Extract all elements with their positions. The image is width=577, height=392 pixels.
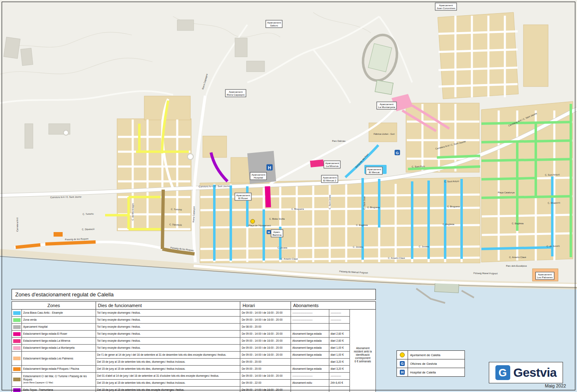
zone-name-cell: Estacionament C/ del Mar, C/ Turisme i P…	[22, 373, 96, 387]
preu-cell	[329, 324, 350, 331]
legend-row: Estacionament llarga estada La MinervaTo…	[12, 338, 376, 345]
gestvia-wordmark: Gestvia	[514, 366, 557, 380]
calella-parking-map-poster: AparcamentSalicrúAparcamentJoan Coromine…	[0, 0, 577, 392]
preu-cell: diari 3,20 €	[329, 359, 350, 366]
abonament-cell: Abonament llarga estada	[291, 366, 329, 373]
legend-row: Estacionament llarga estada La Muntanyet…	[12, 345, 376, 352]
zone-color-swatch	[13, 378, 21, 381]
abonament-cell: Abonament llarga estada	[291, 352, 329, 359]
symbol-row-gestvia: G Oficines de Gestvia	[397, 359, 464, 368]
abonament-cell: -----------------------	[291, 387, 329, 392]
symbol-label-hospital: Hospital de Calella	[408, 371, 436, 374]
map-symbols-legend: Ajuntament de Calella G Oficines de Gest…	[396, 350, 465, 377]
col-header-horari: Horari	[240, 302, 291, 310]
preu-cell: 24h 6,40 €	[329, 380, 350, 387]
dies-cell: Tot l'any excepte diumenges i festius.	[96, 331, 240, 338]
dies-cell: Tot l'any excepte diumenges i festius.	[96, 338, 240, 345]
gestvia-office-icon: G	[400, 361, 405, 366]
legend-row: Zona Blava Casc Antic - EixampleTot l'an…	[12, 310, 376, 317]
abonament-cell: -----------------------	[291, 310, 329, 317]
col-header-zones: Zones	[12, 302, 96, 310]
town-hall-icon	[400, 352, 405, 357]
abonament-cell: Abonament llarga estada	[291, 331, 329, 338]
symbol-label-gestvia: Oficines de Gestvia	[408, 362, 437, 366]
horari-cell: De 09:00 - 14:00 i de 16:00 - 20:00	[240, 331, 291, 338]
hospital-icon: H	[400, 370, 405, 375]
preu-cell: diari 1,00 €	[329, 352, 350, 359]
zone-swatch-cell	[12, 331, 22, 338]
football-pitch	[375, 80, 393, 95]
legend-row: Estacionament llarga estada Les Palmeres…	[12, 352, 376, 359]
zone-piscina-parking	[54, 232, 63, 237]
symbol-row-hospital: H Hospital de Calella	[397, 368, 464, 376]
zone-swatch-cell	[12, 366, 22, 373]
zone-hospital-parking	[247, 151, 276, 184]
horari-cell: De 09:00 - 20:00	[240, 366, 291, 373]
zone-swatch-cell	[12, 352, 22, 366]
zone-color-swatch	[13, 367, 21, 371]
zone-swatch-cell	[12, 338, 22, 345]
zones-table: Zones Dies de funcionament Horari Abonam…	[12, 301, 376, 392]
legend-row: Zona verdaTot l'any excepte diumenges i …	[12, 317, 376, 324]
zone-color-swatch	[13, 357, 21, 360]
legend-row: Estacionament llarga estada P.Roques / P…	[12, 366, 376, 373]
map-date: Maig 2022	[545, 383, 566, 388]
zone-color-swatch	[13, 332, 21, 336]
zone-color-swatch	[13, 388, 21, 392]
preu-cell: diari 2,60 €	[329, 338, 350, 345]
horari-cell: De 08:00 - 20:00	[240, 324, 291, 331]
zone-name-cell: Estacionament llarga estada P.Roques / P…	[22, 366, 96, 373]
zone-color-swatch	[13, 339, 21, 343]
zone-palmeres-parking	[532, 269, 558, 281]
preu-cell: ------------	[329, 310, 350, 317]
legend-row: Estiu Toyca - TramuntanaDel 15 de juny a…	[12, 387, 376, 392]
legend-panel: Zones d'estacionament regulat de Calella…	[12, 289, 376, 392]
zone-mercat-parking	[364, 165, 387, 174]
dies-cell: Tot l'any excepte diumenges i festius.	[96, 324, 240, 331]
zone-minerva-parking	[310, 160, 324, 167]
table-header-row: Zones Dies de funcionament Horari Abonam…	[12, 302, 376, 310]
legend-title: Zones d'estacionament regulat de Calella	[12, 289, 376, 300]
preu-cell: diari 2,60 €	[329, 331, 350, 338]
dies-cell: Tot l'any excepte diumenges i festius.	[96, 345, 240, 352]
dies-cell: Del 01 d'abril al 14 de juny i del 16 de…	[96, 373, 240, 380]
dies-cell: De l'1 de gener al 14 de juny i del 16 d…	[96, 352, 240, 359]
resident-note-cell: Abonament resident amb la identificació …	[350, 310, 376, 392]
legend-row: Aparcament HospitalTot l'any excepte diu…	[12, 324, 376, 331]
col-header-abonaments: Abonaments	[291, 302, 376, 310]
horari-cell: De 09:00 - 14:00 i de 16:00 - 20:00	[240, 317, 291, 324]
zone-swatch-cell	[12, 310, 22, 317]
zone-swatch-cell	[12, 373, 22, 387]
dies-cell: Del 15 de juny al 15 de setembre tots el…	[96, 387, 240, 392]
legend-row: Estacionament llarga estada El RoserTot …	[12, 331, 376, 338]
zone-name-cell: Aparcament Hospital	[22, 324, 96, 331]
symbol-row-ajuntament: Ajuntament de Calella	[397, 351, 464, 359]
zone-name-cell: Zona Blava Casc Antic - Eixample	[22, 310, 96, 317]
horari-cell: De 09:00 - 14:00 i de 16:00 - 20:00	[240, 352, 291, 359]
symbol-label-ajuntament: Ajuntament de Calella	[408, 353, 440, 357]
zone-swatch-cell	[12, 387, 22, 392]
dies-cell: Del 15 de juny al 15 de setembre tots el…	[96, 380, 240, 387]
zone-name-cell: Zona verda	[22, 317, 96, 324]
abonament-cell: -----------------------	[291, 373, 329, 380]
abonament-cell: Abonament llarga estada	[291, 338, 329, 345]
horari-cell: De 09:00 - 14:00 i de 16:00 - 20:00	[240, 373, 291, 380]
horari-cell: De 09:00 - 20:00	[240, 359, 291, 366]
zone-name-cell: Estiu Toyca - Tramuntana	[22, 387, 96, 392]
preu-cell: diari 3,20 €	[329, 366, 350, 373]
dies-cell: Del 15 de juny al 15 de setembre tots el…	[96, 366, 240, 373]
zone-swatch-cell	[12, 317, 22, 324]
dies-cell: Tot l'any excepte diumenges i festius.	[96, 310, 240, 317]
zone-name-cell: Estacionament llarga estada Les Palmeres	[22, 352, 96, 366]
col-header-dies: Dies de funcionament	[96, 302, 240, 310]
horari-cell: De 09:00 - 14:00 i de 16:00 - 20:00	[240, 310, 291, 317]
abonament-cell: Abonament llarga estada	[291, 345, 329, 352]
preu-cell: ------------	[329, 387, 350, 392]
zone-color-swatch	[13, 311, 21, 315]
zone-name-cell: Estacionament llarga estada La Minerva	[22, 338, 96, 345]
zone-swatch-cell	[12, 345, 22, 352]
preu-cell: ------------	[329, 317, 350, 324]
horari-cell: De 09:00 - 22:00	[240, 380, 291, 387]
abonament-cell	[291, 359, 329, 366]
gestvia-logo: G Gestvia	[489, 362, 563, 383]
